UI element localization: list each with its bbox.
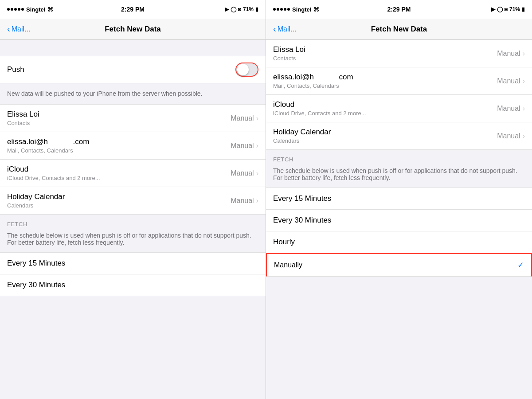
right-signal-icon — [273, 8, 290, 11]
left-account-status-2: Manual › — [231, 169, 258, 177]
right-accounts-section: Elissa Loi Contacts Manual › elissa.loi@… — [266, 40, 532, 150]
right-status-bar: Singtel ⌘ 2:29 PM ▶ ◯ ◙ 71% ▮ — [266, 0, 532, 19]
right-nav-bar: ‹ Mail... Fetch New Data — [266, 19, 532, 40]
right-back-button[interactable]: ‹ Mail... — [273, 24, 296, 34]
right-chevron-right-2: › — [523, 105, 525, 113]
left-account-manual-0: Manual — [231, 114, 254, 122]
left-account-manual-3: Manual — [231, 197, 254, 205]
right-account-subtitle-1: Mail, Contacts, Calendars — [273, 82, 353, 89]
left-status-carrier: Singtel ⌘ — [7, 6, 53, 13]
right-chevron-icon: ‹ — [273, 24, 276, 34]
right-fetch-option-hourly[interactable]: Hourly — [266, 231, 532, 253]
left-content: Push New data will be pushed to your iPh… — [0, 40, 266, 399]
left-account-info-2: iCloud iCloud Drive, Contacts and 2 more… — [7, 165, 100, 181]
right-chevron-right-3: › — [523, 132, 525, 140]
left-status-bar: Singtel ⌘ 2:29 PM ▶ ◯ ◙ 71% ▮ — [0, 0, 266, 19]
left-fetch-option-30min[interactable]: Every 30 Minutes — [0, 274, 266, 296]
push-toggle[interactable] — [235, 63, 258, 77]
right-chevron-right-0: › — [523, 50, 525, 58]
right-chevron-right-1: › — [523, 77, 525, 85]
right-fetch-option-15min[interactable]: Every 15 Minutes — [266, 188, 532, 210]
right-account-row-1[interactable]: elissa.loi@h com Mail, Contacts, Calenda… — [266, 67, 532, 95]
battery-icon: ▮ — [255, 6, 258, 12]
chevron-right-icon-1: › — [256, 142, 258, 150]
right-account-row-3[interactable]: Holiday Calendar Calendars Manual › — [266, 122, 532, 150]
right-account-name-2: iCloud — [273, 100, 366, 109]
right-location-icon: ▶ — [491, 6, 495, 12]
left-accounts-section: Elissa Loi Contacts Manual › elissa.loi@… — [0, 104, 266, 215]
right-bluetooth-icon: ◙ — [505, 6, 508, 12]
right-fetch-label-2: Hourly — [273, 238, 295, 246]
right-account-name-1: elissa.loi@h com — [273, 73, 353, 82]
push-row[interactable]: Push — [0, 56, 266, 83]
left-account-name-2: iCloud — [7, 165, 100, 174]
right-fetch-label-1: Every 30 Minutes — [273, 216, 331, 225]
left-account-subtitle-2: iCloud Drive, Contacts and 2 more... — [7, 175, 100, 181]
right-account-info-0: Elissa Loi Contacts — [273, 45, 305, 62]
left-account-name-0: Elissa Loi — [7, 110, 39, 119]
right-nav-title: Fetch New Data — [371, 25, 427, 34]
left-account-status-3: Manual › — [231, 197, 258, 205]
right-account-row-2[interactable]: iCloud iCloud Drive, Contacts and 2 more… — [266, 95, 532, 122]
left-account-name-3: Holiday Calendar — [7, 192, 65, 201]
battery-percent: 71% — [243, 6, 254, 12]
toggle-knob — [237, 64, 249, 75]
chevron-right-icon-0: › — [256, 114, 258, 122]
left-account-manual-1: Manual — [231, 142, 254, 150]
wifi-icon: ⌘ — [47, 6, 53, 13]
left-account-row-2[interactable]: iCloud iCloud Drive, Contacts and 2 more… — [0, 160, 266, 187]
right-account-name-3: Holiday Calendar — [273, 128, 331, 137]
right-fetch-label-0: Every 15 Minutes — [273, 194, 331, 203]
right-wifi-icon: ⌘ — [313, 6, 319, 13]
right-status-carrier: Singtel ⌘ — [273, 6, 319, 13]
left-fetch-header: FETCH — [7, 221, 258, 227]
left-account-subtitle-3: Calendars — [7, 202, 65, 209]
right-status-time: 2:29 PM — [387, 6, 411, 13]
checkmark-icon: ✓ — [517, 260, 524, 270]
left-account-subtitle-1: Mail, Contacts, Calendars — [7, 147, 89, 154]
right-fetch-label-3: Manually — [274, 261, 302, 269]
push-description: New data will be pushed to your iPhone f… — [7, 90, 202, 97]
left-account-status-1: Manual › — [231, 142, 258, 150]
left-status-time: 2:29 PM — [121, 6, 145, 13]
left-chevron-icon: ‹ — [7, 24, 10, 34]
left-account-info-1: elissa.loi@h .com Mail, Contacts, Calend… — [7, 137, 89, 154]
right-fetch-header: FETCH — [273, 156, 525, 163]
left-account-manual-2: Manual — [231, 169, 254, 177]
left-back-label: Mail... — [12, 25, 31, 33]
left-back-button[interactable]: ‹ Mail... — [7, 24, 30, 34]
right-fetch-option-30min[interactable]: Every 30 Minutes — [266, 210, 532, 231]
right-account-info-1: elissa.loi@h com Mail, Contacts, Calenda… — [273, 73, 353, 89]
left-account-row-3[interactable]: Holiday Calendar Calendars Manual › — [0, 187, 266, 215]
left-fetch-option-15min[interactable]: Every 15 Minutes — [0, 253, 266, 274]
right-account-subtitle-3: Calendars — [273, 137, 331, 144]
left-nav-bar: ‹ Mail... Fetch New Data — [0, 19, 266, 40]
left-account-info-3: Holiday Calendar Calendars — [7, 192, 65, 209]
chevron-right-icon-2: › — [256, 169, 258, 177]
right-battery-percent: 71% — [509, 6, 520, 12]
right-account-subtitle-2: iCloud Drive, Contacts and 2 more... — [273, 110, 366, 117]
right-account-name-0: Elissa Loi — [273, 45, 305, 54]
right-account-status-2: Manual › — [497, 105, 525, 113]
right-account-status-3: Manual › — [497, 132, 525, 140]
right-account-status-0: Manual › — [497, 50, 525, 58]
right-account-manual-3: Manual — [497, 132, 520, 140]
signal-icon — [7, 8, 24, 11]
right-fetch-option-manually[interactable]: Manually ✓ — [266, 253, 532, 277]
left-account-row-1[interactable]: elissa.loi@h .com Mail, Contacts, Calend… — [0, 132, 266, 160]
left-account-row-0[interactable]: Elissa Loi Contacts Manual › — [0, 105, 266, 132]
carrier-label: Singtel — [26, 6, 45, 13]
right-phone-panel: Singtel ⌘ 2:29 PM ▶ ◯ ◙ 71% ▮ ‹ Mail... … — [266, 0, 532, 399]
right-carrier-label: Singtel — [292, 6, 311, 13]
right-fetch-options: Every 15 Minutes Every 30 Minutes Hourly… — [266, 188, 532, 277]
left-fetch-section: FETCH The schedule below is used when pu… — [0, 215, 266, 252]
left-top-spacer — [0, 40, 266, 49]
left-account-subtitle-0: Contacts — [7, 120, 39, 126]
right-clock-icon: ◯ — [497, 6, 503, 12]
clock-icon: ◯ — [231, 6, 236, 12]
right-account-manual-2: Manual — [497, 105, 520, 113]
right-account-row-0[interactable]: Elissa Loi Contacts Manual › — [266, 40, 532, 67]
left-account-status-0: Manual › — [231, 114, 258, 122]
right-account-manual-1: Manual — [497, 77, 520, 85]
left-account-info-0: Elissa Loi Contacts — [7, 110, 39, 126]
